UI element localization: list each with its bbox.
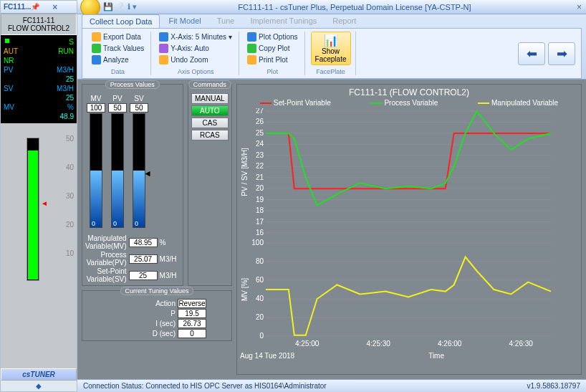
ribbon-group-faceplate: 📊 Show Faceplate FacePlate	[307, 32, 356, 75]
svg-text:19: 19	[256, 196, 264, 204]
readout-input[interactable]	[129, 254, 158, 264]
faceplate-readout: S AUTRUN NR PVM3/H 25 SVM3/H 25 MV% 48.9	[1, 35, 77, 123]
mode-rcas-button[interactable]: RCAS	[191, 130, 229, 140]
status-bar: Connection Status: Connected to HIS OPC …	[77, 379, 586, 392]
tuning-input[interactable]	[178, 329, 206, 338]
chart-canvas[interactable]: 1617181920212223242526270204060801004:25…	[240, 108, 555, 352]
track-values-button[interactable]: Track Values	[90, 43, 146, 54]
bar-pv: PV500	[108, 95, 127, 228]
svg-text:20: 20	[256, 313, 264, 321]
svg-text:17: 17	[256, 218, 264, 226]
plot-options-button[interactable]: Plot Options	[245, 32, 299, 42]
window-titlebar[interactable]: 💾 ❔ ℹ ▾ FC111-11 - csTuner Plus, Perpetu…	[77, 0, 586, 14]
tab-tune[interactable]: Tune	[210, 14, 242, 28]
svg-text:21: 21	[256, 173, 264, 181]
dock-title: FC111...	[4, 3, 31, 11]
svg-text:18: 18	[256, 206, 264, 214]
dock-titlebar[interactable]: FC111... 📌 ×	[1, 1, 77, 14]
tuning-input[interactable]	[178, 319, 206, 328]
quick-access-toolbar: 💾 ❔ ℹ ▾	[103, 2, 137, 11]
faceplate-dock: FC111... 📌 × FC111-11FLOW CONTROL2 S AUT…	[0, 0, 77, 392]
svg-text:60: 60	[256, 276, 264, 284]
trend-chart[interactable]: FC111-11 (FLOW CONTROL2) Set-Point Varia…	[236, 84, 582, 375]
chart-title: FC111-11 (FLOW CONTROL2)	[240, 87, 578, 97]
svg-text:16: 16	[256, 229, 264, 236]
svg-text:20: 20	[256, 184, 264, 192]
export-icon	[92, 32, 101, 42]
ribbon: Collect Loop Data Fit Model Tune Impleme…	[77, 14, 586, 80]
mode-manual-button[interactable]: MANUAL	[191, 93, 229, 104]
connection-status: Connection Status: Connected to HIS OPC …	[83, 382, 327, 390]
yaxis-icon	[159, 44, 168, 53]
svg-text:4:25:00: 4:25:00	[295, 340, 320, 348]
svg-text:0: 0	[259, 332, 264, 340]
tab-collect[interactable]: Collect Loop Data	[82, 14, 160, 28]
print-icon	[247, 55, 256, 64]
faceplate-icon: 📊	[313, 34, 349, 47]
bar-mv: MV1000	[87, 95, 105, 228]
show-faceplate-button[interactable]: 📊 Show Faceplate	[311, 32, 351, 65]
svg-text:4:26:30: 4:26:30	[509, 340, 534, 348]
svg-text:4:25:30: 4:25:30	[367, 340, 391, 348]
svg-text:24: 24	[256, 140, 264, 148]
svg-text:40: 40	[256, 295, 264, 302]
ribbon-group-axis: X-Axis: 5 Minutes ▾ Y-Axis: Auto Undo Zo…	[153, 32, 239, 75]
tuning-input[interactable]	[178, 309, 206, 318]
tuning-input[interactable]	[178, 299, 206, 308]
nav-next-button[interactable]: ➡	[548, 42, 575, 65]
faceplate-bargraph: ◄ 504030 2010	[1, 123, 77, 368]
undo-icon	[159, 55, 168, 64]
svg-text:80: 80	[256, 257, 264, 265]
readout-input[interactable]	[129, 238, 158, 247]
copy-icon	[247, 44, 256, 53]
svg-text:100: 100	[251, 239, 264, 247]
copy-plot-button[interactable]: Copy Plot	[245, 43, 299, 54]
save-icon[interactable]: 💾	[103, 2, 113, 11]
export-data-button[interactable]: Export Data	[90, 32, 146, 42]
window-close-icon[interactable]: ×	[572, 2, 586, 12]
tab-implement[interactable]: Implement Tunings	[243, 14, 324, 28]
setpoint-marker-icon: ◄	[41, 199, 48, 207]
svg-text:27: 27	[256, 108, 264, 115]
commands-panel: Commands MANUALAUTOCASRCAS	[188, 84, 232, 286]
svg-text:22: 22	[256, 162, 264, 170]
print-plot-button[interactable]: Print Plot	[245, 54, 299, 65]
ribbon-group-data: Export Data Track Values Analyze Data	[85, 32, 151, 75]
plot-options-icon	[247, 32, 256, 42]
yaxis-button[interactable]: Y-Axis: Auto	[157, 43, 234, 54]
analyze-icon	[92, 55, 101, 64]
svg-text:4:26:00: 4:26:00	[438, 340, 462, 348]
tab-fit[interactable]: Fit Model	[161, 14, 208, 28]
svg-text:25: 25	[256, 129, 264, 137]
expand-icon[interactable]: ◆	[1, 381, 77, 391]
dock-close-icon[interactable]: ×	[52, 2, 74, 12]
cstuner-badge: csTUNER	[1, 368, 77, 381]
readout-input[interactable]	[129, 271, 158, 280]
ribbon-group-plot: Plot Options Copy Plot Print Plot Plot	[241, 32, 304, 75]
mode-cas-button[interactable]: CAS	[191, 118, 229, 128]
info-icon[interactable]: ℹ	[128, 2, 130, 11]
window-title: FC111-11 - csTuner Plus, Perpetual Domai…	[137, 3, 572, 11]
version-label: v1.9.5863.18797	[527, 382, 580, 390]
faceplate-scale: 504030 2010	[66, 135, 74, 278]
xaxis-button[interactable]: X-Axis: 5 Minutes ▾	[157, 32, 234, 42]
bar-sv: SV500◄	[130, 95, 148, 228]
help-icon[interactable]: ❔	[115, 2, 125, 11]
undo-zoom-button[interactable]: Undo Zoom	[157, 54, 234, 65]
process-values-panel: Process Values MV1000PV500SV500◄ Manipul…	[82, 84, 183, 286]
tab-report[interactable]: Report	[325, 14, 363, 28]
loop-header: FC111-11FLOW CONTROL2	[1, 14, 77, 35]
ribbon-tabs: Collect Loop Data Fit Model Tune Impleme…	[82, 14, 582, 28]
svg-text:23: 23	[256, 151, 264, 159]
svg-text:PV / SV [M3/H]: PV / SV [M3/H]	[241, 148, 249, 196]
tuning-values-panel: Current Tuning Values ActionPI (sec)D (s…	[82, 290, 232, 341]
nav-prev-button[interactable]: ⬅	[518, 42, 545, 65]
svg-text:MV [%]: MV [%]	[241, 278, 249, 301]
track-icon	[92, 44, 101, 53]
dock-pin-icon[interactable]: 📌	[31, 3, 52, 11]
mode-auto-button[interactable]: AUTO	[191, 105, 229, 116]
xaxis-icon	[159, 32, 168, 42]
analyze-button[interactable]: Analyze	[90, 54, 146, 65]
chart-legend: Set-Point Variable Process Variable Mani…	[240, 99, 578, 107]
svg-text:26: 26	[256, 118, 264, 125]
